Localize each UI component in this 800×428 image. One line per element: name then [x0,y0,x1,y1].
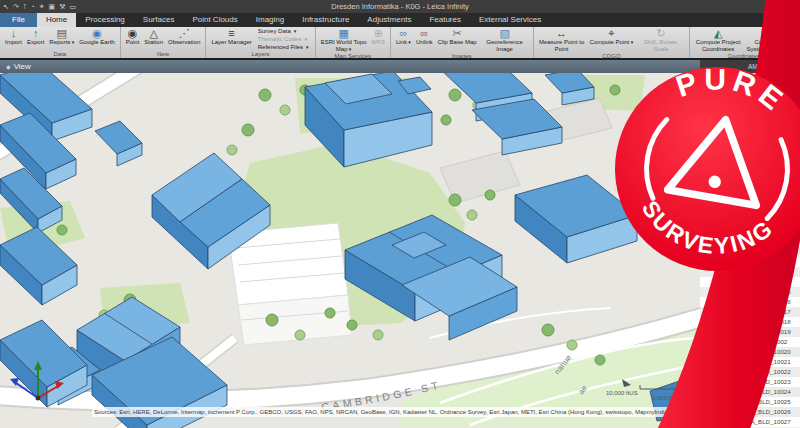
coordinate-system-manager-button[interactable]: ⊛Coordinate System Manager [745,28,793,52]
observation-button[interactable]: ⋰Observation [167,28,201,50]
table-row[interactable]: 2013CA_BLD_10018 [700,317,800,327]
link-button[interactable]: ∞Link ▾ [395,28,412,52]
point-id-cell: CA_BLD_10006 [738,187,800,197]
table-row[interactable]: 2013CA_BLD_10 [700,97,800,107]
table-row[interactable]: 2013CA_BLD_10022 [700,367,800,377]
table-row[interactable]: 2013CA_BLD_10012 [700,257,800,267]
year-cell: 2013 [700,217,738,227]
point-id-cell: CA_BLD_10013 [738,267,800,277]
table-row[interactable]: 2013CA_BLD_1 [700,87,800,97]
panel-tab[interactable]: AMB3D_Cityw [700,60,800,73]
map-canvas[interactable]: CAMBRIDGE ST nahue ae 10,000 ftUS 2,000 … [0,73,700,428]
survey-data-menu[interactable]: Survey Data▾ [258,28,309,34]
filter-input[interactable] [704,75,785,85]
tab-features[interactable]: Features [420,13,470,27]
export-button[interactable]: ↑Export [26,28,45,50]
table-row[interactable]: 2013CA_BLD_10016 [700,297,800,307]
wfs-icon: ⊕ [374,28,383,39]
filter-funnel-icon[interactable] [788,75,796,84]
table-row[interactable]: 2013CA_BLD_10011 [700,247,800,257]
clip-base-map-button[interactable]: ✂Clip Base Map [437,28,478,52]
table-row[interactable]: 2013CA_BLD_10002 [700,147,800,157]
button-label: Station [144,39,163,46]
shift-rotate-scale-button[interactable]: ↻Shift, Rotate, Scale [637,28,685,52]
tab-point-clouds[interactable]: Point Clouds [183,13,246,27]
reports-button[interactable]: ▤Reports ▾ [48,28,75,50]
point-id-cell: CA_BLD_1002 [738,337,800,347]
table-row[interactable]: 2013CA_BLD_1001 [700,227,800,237]
import-button[interactable]: ↓Import [4,28,23,50]
year-cell: 2013 [700,307,738,317]
station-button[interactable]: △Station [143,28,164,50]
table-row[interactable]: 2013CA_BLD_10019 [700,327,800,337]
year-cell: 2013 [700,337,738,347]
point-id-cell: CA_BLD_10011 [738,247,800,257]
tab-file[interactable]: File [0,13,37,27]
esri-world-topo-map-button[interactable]: ▦ESRI World Topo Map ▾ [320,28,368,52]
unlink-button[interactable]: ∞Unlink [415,28,434,52]
tab-processing[interactable]: Processing [76,13,134,27]
table-row[interactable]: 2013CA_BLD_1000 [700,117,800,127]
year-cell: 2013 [700,417,738,427]
table-row[interactable]: 2013CA_BLD_10006 [700,187,800,197]
button-label: ESRI World Topo Map ▾ [321,39,367,52]
table-row[interactable]: 2013CA_BLD_10001 [700,137,800,147]
point-id-cell: CA_BLD_1 [738,87,800,97]
table-row[interactable]: 2013CA_BLD_10000 [700,127,800,137]
table-row[interactable]: 2013CA_BLD_10007 [700,197,800,207]
thematic-codes-menu[interactable]: Thematic Codes▾ [258,36,309,42]
table-row[interactable]: 2013CA_BLD_10015 [700,287,800,297]
table-row[interactable]: 2013CA_BLD_10013 [700,267,800,277]
table-row[interactable]: 2013CA_BLD_10009 [700,217,800,227]
tab-home[interactable]: Home [37,13,76,27]
table-row[interactable]: 2013CA_BLD_10020 [700,347,800,357]
point-id-cell: CA_BLD_10005 [738,177,800,187]
year-cell: 2013 [700,147,738,157]
table-row[interactable]: 2013CA_BLD_1002 [700,337,800,347]
compute-project-coordinates-button[interactable]: ◭Compute Project Coordinates [694,28,742,52]
view-tab-bar[interactable]: ◆View [0,60,700,73]
tab-imaging[interactable]: Imaging [247,13,293,27]
year-cell: 2013 [700,327,738,337]
table-row[interactable]: 2013CA_BLD_10014 [700,277,800,287]
year-cell: 2013 [700,247,738,257]
point-button[interactable]: ◉Point [125,28,141,50]
compute-point-button[interactable]: ⌖Compute Point ▾ [589,28,635,52]
table-row[interactable]: 2013CA_BLD_10023 [700,377,800,387]
table-row[interactable]: 2013CA_BLD_100 [700,107,800,117]
table-row[interactable]: 2013CA_BLD_10021 [700,357,800,367]
table-row[interactable]: 2013CA_BLD_10005 [700,177,800,187]
point-id-cell: CA_BLD_10018 [738,317,800,327]
georeference-image-button[interactable]: ▧Georeference Image [481,28,529,52]
button-label: Shift, Rotate, Scale [638,39,684,52]
point-id-cell: CA_BLD_10019 [738,327,800,337]
button-label: Clip Base Map [438,39,477,46]
tab-external-services[interactable]: External Services [470,13,550,27]
points-table: 2013CA_BLD_12013CA_BLD_102013CA_BLD_1002… [700,87,800,428]
chevron-down-icon: ▾ [407,39,411,45]
table-row[interactable]: 2013CA_BLD_10024 [700,387,800,397]
table-row[interactable]: 2013CA_BLD_10025 [700,397,800,407]
point-id-cell: CA_BLD_10024 [738,387,800,397]
table-row[interactable]: 2013CA_BLD_10010 [700,237,800,247]
google-earth-button[interactable]: ◉Google Earth [78,28,115,50]
year-cell: 2013 [700,167,738,177]
table-row[interactable]: 2013CA_BLD_10004 [700,167,800,177]
table-row[interactable]: 2013CA_BLD_10027 [700,417,800,427]
year-cell: 2013 [700,97,738,107]
chevron-down-icon: ▾ [629,39,633,45]
layer-manager-button[interactable]: ≡Layer Manager [210,28,252,50]
table-row[interactable]: 2013CA_BLD_10026 [700,407,800,417]
table-row[interactable]: 2013CA_BLD_10017 [700,307,800,317]
measure-point-to-point-button[interactable]: ↔Measure Point to Point [538,28,586,52]
point-id-cell: CA_BLD_10008 [738,207,800,217]
tab-infrastructure[interactable]: Infrastructure [293,13,358,27]
wfs-button[interactable]: ⊕WFS [371,28,386,52]
google-earth-icon: ◉ [92,28,102,39]
import-icon: ↓ [11,28,17,39]
tab-adjustments[interactable]: Adjustments [358,13,420,27]
tab-surfaces[interactable]: Surfaces [134,13,184,27]
table-row[interactable]: 2013CA_BLD_10003 [700,157,800,167]
table-row[interactable]: 2013CA_BLD_10008 [700,207,800,217]
ribbon-group-new: ◉Point△Station⋰ObservationNew [121,27,207,58]
